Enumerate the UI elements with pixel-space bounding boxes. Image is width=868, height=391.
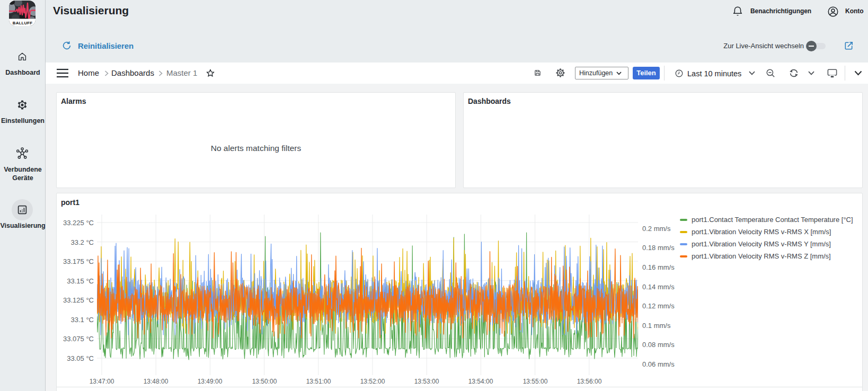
svg-text:BALLUFF: BALLUFF	[13, 21, 32, 25]
